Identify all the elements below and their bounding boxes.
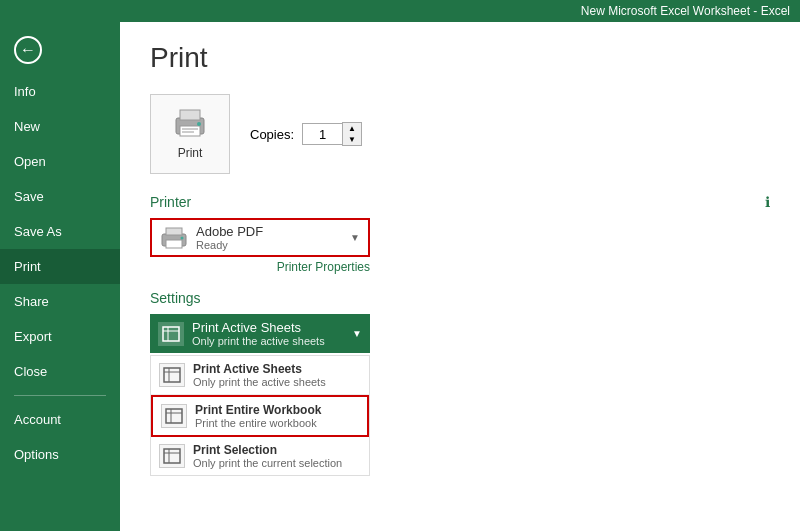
option-text-active-sheets: Print Active Sheets Only print the activ… <box>193 362 361 388</box>
svg-rect-3 <box>182 128 198 130</box>
settings-section-title: Settings <box>150 290 770 306</box>
sidebar-divider <box>14 395 106 396</box>
sidebar-item-export[interactable]: Export <box>0 319 120 354</box>
svg-rect-10 <box>163 327 179 341</box>
window-title: New Microsoft Excel Worksheet - Excel <box>581 4 790 18</box>
copies-decrement[interactable]: ▼ <box>343 134 361 145</box>
sidebar-item-saveas[interactable]: Save As <box>0 214 120 249</box>
info-icon[interactable]: ℹ <box>765 194 770 210</box>
svg-point-5 <box>197 122 201 126</box>
settings-dropdown-arrow: ▼ <box>352 328 362 339</box>
copies-input[interactable] <box>302 123 342 145</box>
settings-option-entire-workbook[interactable]: Print Entire Workbook Print the entire w… <box>151 395 369 437</box>
option-text-entire-workbook: Print Entire Workbook Print the entire w… <box>195 403 359 429</box>
printer-section: Printer ℹ Adobe PDF Ready ▼ Printer Prop… <box>150 194 770 274</box>
settings-option-active-sheets[interactable]: Print Active Sheets Only print the activ… <box>151 356 369 395</box>
sidebar-item-info[interactable]: Info <box>0 74 120 109</box>
sidebar-item-save[interactable]: Save <box>0 179 120 214</box>
svg-rect-4 <box>182 131 194 133</box>
sidebar-item-account[interactable]: Account <box>0 402 120 437</box>
print-button-label: Print <box>178 146 203 160</box>
printer-dropdown[interactable]: Adobe PDF Ready ▼ <box>150 218 370 257</box>
print-button[interactable]: Print <box>150 94 230 174</box>
app-body: ← InfoNewOpenSaveSave AsPrintShareExport… <box>0 22 800 531</box>
printer-icon <box>172 108 208 140</box>
copies-increment[interactable]: ▲ <box>343 123 361 134</box>
sidebar-item-close[interactable]: Close <box>0 354 120 389</box>
spinner-buttons: ▲ ▼ <box>342 122 362 146</box>
print-button-area: Print Copies: ▲ ▼ <box>150 94 770 174</box>
printer-name: Adobe PDF <box>196 224 342 239</box>
option-icon-entire-workbook <box>161 404 187 428</box>
back-button[interactable]: ← <box>8 30 48 70</box>
settings-dropdown-options: Print Active Sheets Only print the activ… <box>150 355 370 476</box>
printer-small-icon <box>160 226 188 250</box>
svg-rect-7 <box>166 228 182 235</box>
option-text-selection: Print Selection Only print the current s… <box>193 443 361 469</box>
page-title: Print <box>150 42 770 74</box>
sheets-icon <box>162 326 180 342</box>
sidebar-item-options[interactable]: Options <box>0 437 120 472</box>
svg-point-9 <box>181 236 184 239</box>
option-icon-active-sheets <box>159 363 185 387</box>
sidebar-item-print[interactable]: Print <box>0 249 120 284</box>
svg-rect-1 <box>180 110 200 120</box>
svg-rect-16 <box>166 409 182 423</box>
printer-properties-link[interactable]: Printer Properties <box>150 260 370 274</box>
printer-section-title: Printer <box>150 194 770 210</box>
copies-spinner: ▲ ▼ <box>302 122 362 146</box>
sidebar-item-new[interactable]: New <box>0 109 120 144</box>
copies-label: Copies: <box>250 127 294 142</box>
title-bar: New Microsoft Excel Worksheet - Excel <box>0 0 800 22</box>
settings-selected-main: Print Active Sheets <box>192 320 344 335</box>
option-icon-selection <box>159 444 185 468</box>
settings-selected-icon <box>158 322 184 346</box>
settings-selected-option[interactable]: Print Active Sheets Only print the activ… <box>150 314 370 353</box>
settings-selected-sub: Only print the active sheets <box>192 335 344 347</box>
settings-section: Settings Print Active Sheets Only print … <box>150 290 770 476</box>
settings-option-selection[interactable]: Print Selection Only print the current s… <box>151 437 369 475</box>
printer-info: Adobe PDF Ready <box>196 224 342 251</box>
svg-rect-19 <box>164 449 180 463</box>
svg-rect-8 <box>166 240 182 248</box>
printer-status: Ready <box>196 239 342 251</box>
printer-dropdown-arrow: ▼ <box>350 232 360 243</box>
settings-selected-text: Print Active Sheets Only print the activ… <box>192 320 344 347</box>
back-icon: ← <box>14 36 42 64</box>
sidebar: ← InfoNewOpenSaveSave AsPrintShareExport… <box>0 22 120 531</box>
sidebar-item-open[interactable]: Open <box>0 144 120 179</box>
copies-area: Copies: ▲ ▼ <box>250 122 362 146</box>
sidebar-item-share[interactable]: Share <box>0 284 120 319</box>
main-content: Print Print Copies: <box>120 22 800 531</box>
svg-rect-13 <box>164 368 180 382</box>
